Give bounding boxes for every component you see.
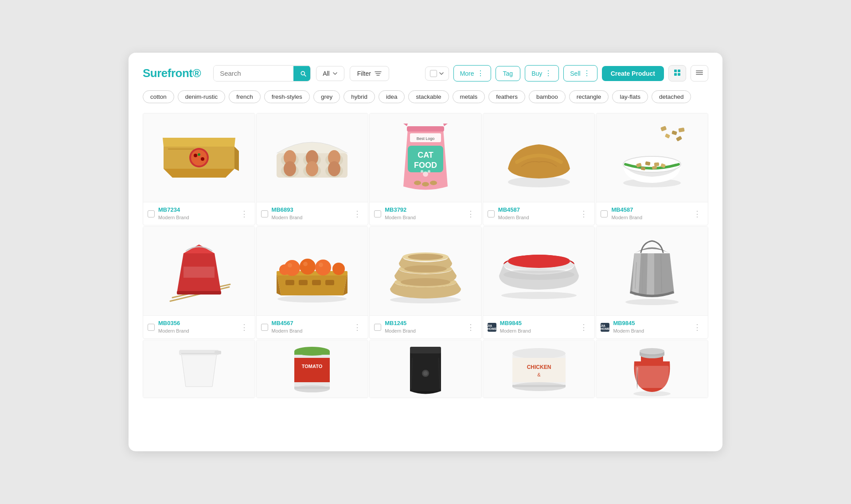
product-image-partial-3[interactable]	[370, 340, 481, 398]
svg-point-77	[303, 262, 308, 266]
tag-feathers[interactable]: feathers	[488, 90, 525, 103]
product-footer-mb6893: MB6893 Modern Brand ⋮	[257, 202, 368, 225]
product-image-mb4567[interactable]	[257, 227, 368, 315]
product-brand-mb9845-1: Modern Brand	[500, 328, 531, 333]
product-footer-mb4587-1: MB4587 Modern Brand ⋮	[483, 202, 595, 225]
product-footer-mb7234: MB7234 Modern Brand ⋮	[143, 202, 255, 225]
tag-stackable[interactable]: stackable	[408, 90, 449, 103]
product-checkbox-mb4587-2[interactable]	[601, 210, 608, 217]
product-id-mb7234[interactable]: MB7234	[158, 206, 235, 213]
tag-bamboo[interactable]: bamboo	[529, 90, 566, 103]
product-image-mb1245[interactable]	[370, 227, 481, 315]
product-image-mb7234[interactable]	[143, 113, 255, 202]
svg-text:FOOD: FOOD	[414, 161, 437, 170]
product-more-mb6893[interactable]: ⋮	[351, 208, 363, 220]
svg-point-30	[284, 161, 296, 176]
product-id-mb4587-1[interactable]: MB4587	[498, 206, 575, 213]
sell-button[interactable]: Sell ⋮	[563, 65, 597, 81]
chicken-tin-image: CHICKEN &	[504, 342, 574, 395]
product-checkbox-mb4587-1[interactable]	[488, 210, 495, 217]
filter-button[interactable]: Filter	[350, 66, 389, 81]
tag-cotton[interactable]: cotton	[143, 90, 174, 103]
tag-grey[interactable]: grey	[313, 90, 340, 103]
svg-rect-116	[512, 385, 566, 387]
svg-rect-5	[674, 73, 677, 76]
search-button[interactable]	[293, 66, 311, 81]
product-image-mb0356[interactable]	[143, 227, 255, 315]
takeout-box-image	[159, 236, 239, 306]
svg-rect-52	[676, 136, 682, 142]
svg-rect-63	[183, 267, 215, 278]
product-id-mb9845-1[interactable]: MB9845	[500, 320, 575, 326]
tag-rectangle[interactable]: rectangle	[569, 90, 609, 103]
product-image-mb9845-1[interactable]	[483, 227, 595, 315]
select-all-checkbox[interactable]	[425, 66, 449, 81]
product-image-partial-4[interactable]: CHICKEN &	[483, 340, 595, 398]
product-image-mb3792[interactable]: Best Logo CAT FOOD	[370, 113, 481, 202]
product-brand-mb9845-2: Modern Brand	[613, 328, 644, 333]
search-input[interactable]	[214, 66, 293, 81]
create-product-button[interactable]: Create Product	[602, 66, 664, 81]
product-image-partial-5[interactable]	[596, 340, 708, 398]
product-more-mb4587-2[interactable]: ⋮	[691, 208, 703, 220]
product-more-mb7234[interactable]: ⋮	[238, 208, 250, 220]
tag-button[interactable]: Tag	[496, 66, 521, 81]
svg-point-86	[501, 292, 577, 299]
product-info-mb3792: MB3792 Modern Brand	[385, 206, 461, 221]
product-checkbox-mb6893[interactable]	[261, 210, 268, 217]
product-id-mb1245[interactable]: MB1245	[385, 320, 461, 326]
product-footer-mb1245: MB1245 Modern Brand ⋮	[370, 315, 481, 338]
svg-rect-59	[641, 167, 646, 170]
svg-marker-10	[164, 169, 234, 178]
stacked-trays-image	[381, 236, 470, 306]
product-checkbox-mb1245[interactable]	[374, 324, 381, 331]
product-footer-mb3792: MB3792 Modern Brand ⋮	[370, 202, 481, 225]
svg-rect-57	[654, 162, 660, 166]
product-id-mb0356[interactable]: MB0356	[158, 320, 235, 326]
product-checkbox-mb7234[interactable]	[148, 210, 155, 217]
tag-idea[interactable]: idea	[379, 90, 405, 103]
product-more-mb9845-2[interactable]: ⋮	[691, 322, 703, 333]
tag-hybrid[interactable]: hybrid	[344, 90, 375, 103]
product-more-mb4587-1[interactable]: ⋮	[578, 208, 590, 220]
tag-metals[interactable]: metals	[453, 90, 485, 103]
svg-rect-66	[285, 280, 294, 285]
product-checkbox-mb0356[interactable]	[148, 324, 155, 331]
tag-lay-flats[interactable]: lay-flats	[612, 90, 648, 103]
tag-fresh-styles[interactable]: fresh-styles	[264, 90, 310, 103]
product-card-mb4587-1: MB4587 Modern Brand ⋮	[483, 113, 595, 225]
product-more-mb3792[interactable]: ⋮	[465, 208, 477, 220]
tag-detached[interactable]: detached	[652, 90, 691, 103]
filter-icon	[375, 70, 382, 77]
product-checkbox-mb3792[interactable]	[374, 210, 381, 217]
svg-rect-67	[299, 280, 308, 285]
product-image-mb4587-1[interactable]	[483, 113, 595, 202]
product-id-mb3792[interactable]: MB3792	[385, 206, 461, 213]
view-list-button[interactable]	[691, 65, 708, 81]
product-image-partial-1[interactable]	[143, 340, 255, 398]
product-checkbox-mb4567[interactable]	[261, 324, 268, 331]
product-id-mb4567[interactable]: MB4567	[272, 320, 348, 326]
product-id-mb4587-2[interactable]: MB4587	[611, 206, 688, 213]
product-image-mb9845-2[interactable]	[596, 227, 708, 315]
tag-denim-rustic[interactable]: denim-rustic	[178, 90, 226, 103]
product-image-mb4587-2[interactable]	[596, 113, 708, 202]
product-id-mb6893[interactable]: MB6893	[272, 206, 348, 213]
product-more-mb9845-1[interactable]: ⋮	[578, 322, 590, 333]
product-more-mb1245[interactable]: ⋮	[465, 322, 477, 333]
product-id-mb9845-2[interactable]: MB9845	[613, 320, 688, 326]
tag-french[interactable]: french	[229, 90, 261, 103]
svg-point-83	[408, 254, 443, 260]
product-more-mb0356[interactable]: ⋮	[238, 322, 250, 333]
all-dropdown[interactable]: All	[316, 66, 344, 81]
product-image-mb6893[interactable]	[257, 113, 368, 202]
more-button[interactable]: More ⋮	[453, 65, 491, 81]
svg-rect-19	[168, 148, 195, 150]
product-info-mb4587-1: MB4587 Modern Brand	[498, 206, 575, 221]
product-more-mb4567[interactable]: ⋮	[351, 322, 363, 333]
product-image-partial-2[interactable]: TOMATO	[257, 340, 368, 398]
svg-point-44	[414, 181, 421, 185]
search-icon	[300, 70, 307, 77]
buy-button[interactable]: Buy ⋮	[525, 65, 559, 81]
view-grid-button[interactable]	[668, 65, 686, 81]
